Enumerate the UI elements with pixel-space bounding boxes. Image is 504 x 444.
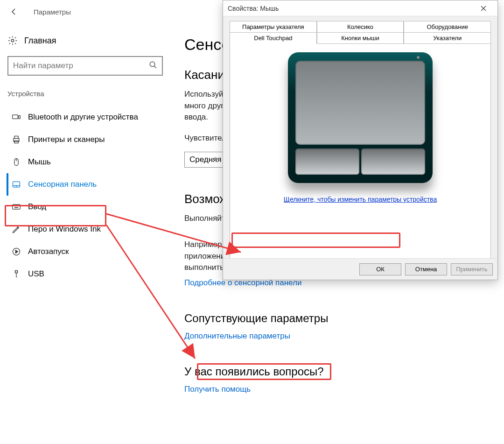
sidebar-item-label: Bluetooth и другие устройства — [28, 113, 138, 122]
tab-dell-touchpad[interactable]: Dell Touchpad — [230, 32, 317, 44]
printer-icon — [11, 134, 21, 145]
close-icon — [481, 6, 486, 11]
close-button[interactable] — [474, 2, 493, 15]
additional-params-link[interactable]: Дополнительные параметры — [184, 331, 490, 341]
sidebar-item-bluetooth[interactable]: Bluetooth и другие устройства — [7, 106, 163, 128]
tab-pointer-options[interactable]: Параметры указателя — [230, 21, 317, 33]
sidebar-item-typing[interactable]: Ввод — [7, 196, 163, 218]
sensitivity-value: Средняя — [189, 155, 222, 164]
devices-icon — [11, 112, 21, 122]
sidebar-item-label: Перо и Windows Ink — [28, 225, 101, 234]
sidebar-item-label: Сенсорная панель — [28, 180, 97, 189]
header-title: Параметры — [34, 8, 71, 16]
svg-rect-4 — [19, 116, 20, 119]
touchpad-icon — [11, 179, 21, 190]
touchpad-illustration — [288, 52, 433, 183]
apply-button[interactable]: Применить — [451, 263, 493, 275]
sidebar-item-pen[interactable]: Перо и Windows Ink — [7, 218, 163, 240]
ok-button[interactable]: ОК — [359, 263, 401, 275]
tab-pointers[interactable]: Указатели — [404, 32, 491, 44]
get-help-link[interactable]: Получить помощь — [184, 385, 490, 394]
tab-mouse-buttons[interactable]: Кнопки мыши — [317, 32, 404, 44]
mouse-icon — [11, 157, 21, 167]
keyboard-icon — [11, 202, 21, 212]
svg-point-1 — [150, 62, 155, 67]
autoplay-icon — [11, 247, 21, 257]
svg-rect-7 — [14, 141, 18, 143]
cancel-button[interactable]: Отмена — [405, 263, 447, 275]
pen-icon — [11, 224, 21, 234]
sidebar-item-label: Мышь — [28, 157, 51, 167]
category-title: Устройства — [7, 90, 163, 98]
tab-wheel[interactable]: Колесико — [317, 21, 404, 33]
sidebar-item-autoplay[interactable]: Автозапуск — [7, 240, 163, 263]
sidebar-item-printers[interactable]: Принтеры и сканеры — [7, 128, 163, 151]
sidebar-item-label: Автозапуск — [28, 247, 69, 256]
sidebar-item-label: Принтеры и сканеры — [28, 135, 105, 144]
search-icon — [149, 61, 157, 71]
sidebar-item-mouse[interactable]: Мышь — [7, 151, 163, 173]
mouse-properties-dialog: Свойства: Мышь Параметры указателя Колес… — [223, 0, 498, 280]
home-button[interactable]: Главная — [7, 35, 163, 46]
back-button[interactable] — [7, 5, 21, 18]
sidebar-item-usb[interactable]: USB — [7, 263, 163, 285]
search-input[interactable] — [8, 57, 162, 75]
arrow-left-icon — [10, 8, 18, 15]
search-input-wrap[interactable] — [7, 56, 163, 76]
svg-marker-20 — [15, 250, 18, 254]
sidebar-item-label: USB — [28, 269, 44, 279]
usb-icon — [11, 269, 21, 279]
gear-icon — [7, 35, 18, 46]
sidebar-item-label: Ввод — [28, 202, 46, 211]
help-title: У вас появились вопросы? — [184, 365, 490, 378]
svg-rect-3 — [13, 115, 18, 119]
svg-line-2 — [154, 66, 156, 68]
svg-rect-6 — [14, 136, 18, 139]
home-label: Главная — [24, 36, 56, 46]
sidebar-item-touchpad[interactable]: Сенсорная панель — [7, 173, 163, 196]
svg-point-0 — [11, 39, 14, 42]
svg-rect-13 — [13, 204, 21, 209]
tab-hardware[interactable]: Оборудование — [404, 21, 491, 33]
related-title: Сопутствующие параметры — [184, 312, 490, 325]
dialog-title: Свойства: Мышь — [228, 5, 279, 12]
change-device-settings-link[interactable]: Щелкните, чтобы изменить параметры устро… — [284, 196, 437, 203]
